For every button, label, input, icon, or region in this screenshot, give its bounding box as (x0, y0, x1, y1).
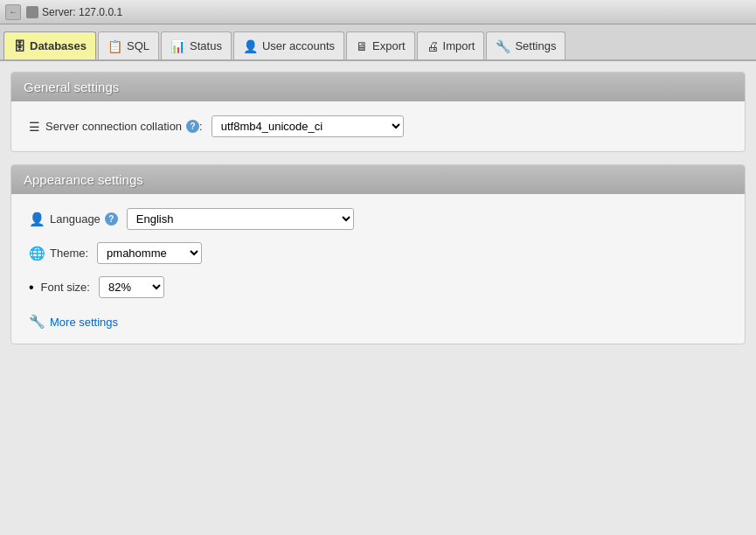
title-bar: ← Server: 127.0.0.1 (0, 0, 756, 24)
tab-user-accounts[interactable]: 👤 User accounts (233, 31, 344, 59)
theme-globe-icon: 🌐 (29, 246, 45, 261)
more-settings-link[interactable]: 🔧 More settings (29, 314, 118, 330)
language-row: 👤 Language ? English Français Deutsch Es… (29, 208, 727, 230)
theme-label: 🌐 Theme: (29, 246, 88, 261)
main-content: General settings ☰ Server connection col… (0, 61, 756, 535)
collation-label: ☰ Server connection collation ?: (29, 120, 203, 134)
fontsize-bullet: • (29, 280, 34, 295)
tab-sql-label: SQL (127, 39, 149, 52)
collation-row: ☰ Server connection collation ?: utf8mb4… (29, 115, 727, 137)
appearance-settings-header: Appearance settings (11, 165, 745, 194)
import-icon: 🖨 (427, 39, 439, 53)
language-select[interactable]: English Français Deutsch Español 中文 (127, 208, 354, 230)
export-icon: 🖥 (356, 39, 368, 53)
tab-export[interactable]: 🖥 Export (346, 31, 415, 59)
more-settings-wrench-icon: 🔧 (29, 314, 45, 330)
tab-status-label: Status (190, 39, 222, 52)
general-settings-panel: General settings ☰ Server connection col… (10, 72, 746, 152)
appearance-settings-body: 👤 Language ? English Français Deutsch Es… (11, 194, 745, 344)
tab-settings[interactable]: 🔧 Settings (486, 31, 565, 59)
theme-row: 🌐 Theme: pmahomme original (29, 242, 727, 264)
language-person-icon: 👤 (29, 212, 45, 227)
theme-select[interactable]: pmahomme original (97, 242, 202, 264)
user-accounts-icon: 👤 (243, 39, 258, 53)
back-button[interactable]: ← (5, 4, 21, 20)
server-title: Server: 127.0.0.1 (42, 6, 122, 18)
appearance-settings-title: Appearance settings (24, 172, 143, 187)
tab-export-label: Export (372, 39, 406, 52)
fontsize-label: Font size: (41, 281, 90, 294)
tab-import[interactable]: 🖨 Import (417, 31, 485, 59)
tab-databases-label: Databases (30, 39, 87, 52)
tab-settings-label: Settings (515, 39, 556, 52)
tab-sql[interactable]: 📋 SQL (98, 31, 159, 59)
fontsize-select[interactable]: 82% 90% 100% 110% 120% (99, 276, 164, 298)
tab-status[interactable]: 📊 Status (161, 31, 232, 59)
fontsize-row: • Font size: 82% 90% 100% 110% 120% (29, 276, 727, 298)
status-icon: 📊 (170, 39, 185, 53)
tab-import-label: Import (443, 39, 475, 52)
general-settings-title: General settings (24, 80, 119, 94)
back-arrow: ← (9, 7, 17, 17)
settings-icon: 🔧 (496, 39, 510, 53)
general-settings-body: ☰ Server connection collation ?: utf8mb4… (11, 101, 745, 151)
more-settings-row: 🔧 More settings (29, 310, 727, 330)
language-label: 👤 Language ? (29, 212, 118, 227)
tab-bar: 🗄 Databases 📋 SQL 📊 Status 👤 User accoun… (0, 24, 756, 61)
language-help-icon[interactable]: ? (105, 212, 118, 226)
more-settings-label: More settings (50, 316, 118, 329)
tab-user-accounts-label: User accounts (262, 39, 335, 52)
collation-select[interactable]: utf8mb4_unicode_ci utf8_general_ci latin… (212, 115, 404, 137)
collation-help-icon[interactable]: ? (186, 120, 199, 133)
sql-icon: 📋 (108, 39, 122, 53)
appearance-settings-panel: Appearance settings 👤 Language ? English… (10, 164, 746, 344)
collation-list-icon: ☰ (29, 120, 40, 134)
databases-icon: 🗄 (13, 39, 25, 53)
general-settings-header: General settings (11, 73, 745, 101)
server-icon (26, 6, 38, 18)
tab-databases[interactable]: 🗄 Databases (3, 31, 96, 59)
